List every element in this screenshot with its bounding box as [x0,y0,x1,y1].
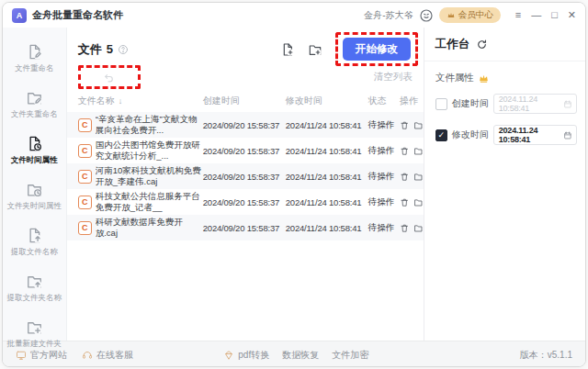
title-bar: A 金舟批量重命名软件 金舟-苏大爷 会员中心 ≡ — □ ✕ [3,3,585,28]
status-label: 待操作 [368,171,400,183]
footer-link-recovery[interactable]: 数据恢复 [282,349,319,362]
sort-down-icon: ↓ [119,96,123,106]
extract-file-icon [26,227,43,244]
status-label: 待操作 [368,145,400,157]
app-title: 金舟批量重命名软件 [32,8,123,22]
sidebar-item-label: 提取文件名称 [11,247,58,258]
annotation-box-start: 开始修改 [335,32,418,66]
page-title: 文件 [78,41,102,58]
gem-icon [223,350,234,361]
workbench-panel: 工作台 文件属性 创建时间 2024.11.24 10:58:41 ✓ 修改时间 [424,28,585,341]
open-folder-icon[interactable] [413,120,424,130]
created-time: 2024/09/20 15:58:37 [203,172,286,182]
created-time: 2024/09/20 15:58:37 [203,223,286,233]
table-header: 文件名称↓ 创建时间 修改时间 状态 操作 [67,90,424,112]
sidebar-item-folder-rename[interactable]: 文件夹重命名 [3,83,66,127]
app-logo-icon: A [12,8,27,23]
help-icon[interactable] [118,44,129,55]
sidebar: 文件重命名 文件夹重命名 文件时间属性 [3,28,67,341]
close-icon[interactable]: ✕ [568,10,576,20]
created-time: 2024/09/20 15:58:37 [203,120,286,130]
file-list-panel: 文件 5 开始修改 [67,28,424,341]
footer-link-encrypt[interactable]: 文件加密 [332,349,368,362]
undo-icon[interactable] [103,72,115,84]
table-row[interactable]: C “辛亥革命在上海”文献文物展向社会免费开... 2024/09/20 15:… [67,112,424,138]
vip-icon [478,73,490,84]
modified-time-row: ✓ 修改时间 2024.11.24 10:58:41 [424,119,585,151]
column-header-name[interactable]: 文件名称↓ [67,95,203,107]
version-label: 版本：v5.1.1 [520,349,572,362]
open-folder-icon[interactable] [413,197,424,207]
file-type-badge: C [78,196,92,209]
footer-bar: 官方网站 在线客服 pdf转换 数据恢复 文件加密 版本：v5.1.1 [3,341,585,367]
sidebar-item-extract-folder[interactable]: 提取文件夹名称 [3,266,66,310]
status-label: 待操作 [368,119,400,131]
official-website-link[interactable]: 官方网站 [16,349,67,362]
table-row[interactable]: C 科技文献公共信息服务平台免费开放_记者__ 2024/09/20 15:58… [67,189,424,215]
created-time-input[interactable]: 2024.11.24 10:58:41 [493,94,577,114]
trash-icon[interactable] [400,197,410,207]
sidebar-item-file-time[interactable]: 文件时间属性 [3,129,66,173]
modified-time: 2024/11/24 10:58:41 [286,172,368,182]
sidebar-item-label: 文件夹重命名 [11,109,58,120]
modified-time-checkbox[interactable]: ✓ [435,129,447,141]
modified-time: 2024/11/24 10:58:41 [286,120,368,130]
created-time: 2024/09/20 15:58:37 [203,146,286,156]
monitor-icon [16,350,27,361]
online-service-link[interactable]: 在线客服 [82,349,133,362]
modified-time-input[interactable]: 2024.11.24 10:58:41 [493,125,577,145]
new-folder-icon [26,319,43,336]
file-type-badge: C [78,144,92,158]
sidebar-item-extract-file[interactable]: 提取文件名称 [3,220,66,264]
column-header-status: 状态 [368,95,400,107]
add-folder-icon[interactable] [308,42,322,57]
member-center-badge[interactable]: 会员中心 [439,7,501,23]
sidebar-item-file-rename[interactable]: 文件重命名 [3,37,66,81]
menu-icon[interactable]: ≡ [515,10,521,20]
open-folder-icon[interactable] [413,223,424,233]
file-name: 河南10家科技文献机构免费开放_李建伟.caj [96,165,203,188]
sidebar-item-label: 文件夹时间属性 [7,201,62,212]
minimize-icon[interactable]: — [531,10,541,20]
created-time-checkbox[interactable] [435,98,447,110]
maximize-icon[interactable]: □ [551,10,558,20]
file-props-label: 文件属性 [435,72,474,84]
open-folder-icon[interactable] [413,172,424,182]
modified-time: 2024/11/24 10:58:41 [286,223,368,233]
sidebar-item-folder-time[interactable]: 文件夹时间属性 [3,174,66,218]
add-file-icon[interactable] [280,42,295,57]
file-name: 科技文献公共信息服务平台免费开放_记者__ [96,191,203,214]
avatar-icon[interactable] [419,8,434,23]
column-header-modified: 修改时间 [286,95,368,107]
column-header-created: 创建时间 [203,95,286,107]
extract-folder-icon [26,273,43,290]
trash-icon[interactable] [400,120,410,130]
modified-time-label: 修改时间 [452,129,489,141]
file-rename-icon [26,43,43,61]
calendar-icon[interactable] [563,99,572,109]
trash-icon[interactable] [400,223,410,233]
file-name: 国内公共图书馆免费开放研究文献统计分析_... [96,140,203,162]
file-time-icon [26,135,43,152]
created-time: 2024/09/20 15:58:37 [203,197,286,207]
table-row[interactable]: C 科研文献数据库免费开放.caj 2024/09/20 15:58:37 20… [67,215,424,240]
table-row[interactable]: C 国内公共图书馆免费开放研究文献统计分析_... 2024/09/20 15:… [67,138,424,163]
status-label: 待操作 [368,222,400,234]
file-type-badge: C [78,118,92,132]
calendar-icon[interactable] [563,130,572,140]
clear-list-button[interactable]: 清空列表 [374,71,413,84]
footer-link-pdf[interactable]: pdf转换 [223,349,269,362]
folder-time-icon [26,181,43,198]
trash-icon[interactable] [400,146,410,156]
refresh-icon[interactable] [476,39,488,50]
open-folder-icon[interactable] [413,146,424,156]
headset-icon [82,350,93,361]
folder-rename-icon [26,89,43,106]
app-window: A 金舟批量重命名软件 金舟-苏大爷 会员中心 ≡ — □ ✕ 文件重命名 [2,2,586,367]
file-type-badge: C [78,170,92,184]
file-type-badge: C [78,221,92,235]
start-modify-button[interactable]: 开始修改 [343,38,411,61]
table-row[interactable]: C 河南10家科技文献机构免费开放_李建伟.caj 2024/09/20 15:… [67,163,424,189]
trash-icon[interactable] [400,172,410,182]
modified-time: 2024/11/24 10:58:41 [286,146,368,156]
